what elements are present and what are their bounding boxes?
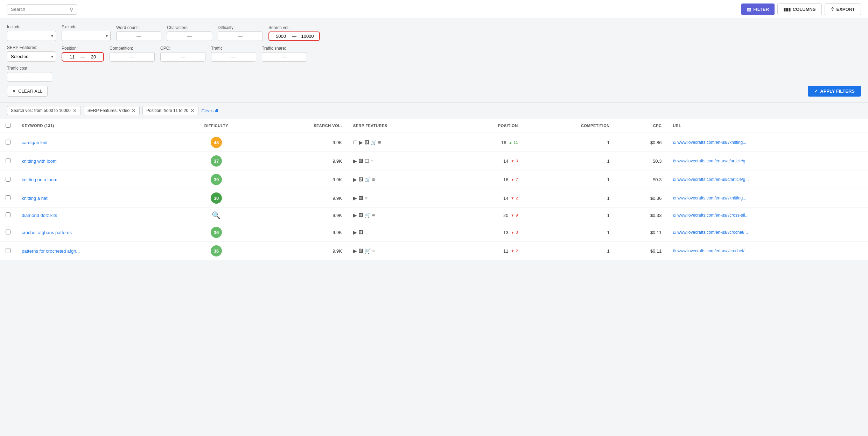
filter-tag-serp-label: SERP Features: Video <box>88 108 130 113</box>
position-change-1: 3 <box>516 159 518 163</box>
row-checkbox-4[interactable] <box>6 212 10 217</box>
traffic-max[interactable] <box>237 54 253 59</box>
search-box[interactable]: ⚲ <box>7 4 77 15</box>
searchvol-min[interactable] <box>271 34 290 39</box>
row-checkbox-2[interactable] <box>6 177 10 182</box>
trafficcost-min[interactable] <box>10 74 26 79</box>
cpc-max[interactable] <box>187 54 202 59</box>
col-header-cpc[interactable]: CPC <box>615 119 667 133</box>
difficulty-max[interactable] <box>244 34 260 39</box>
filter-tag-searchvol-remove[interactable]: ✕ <box>73 108 77 113</box>
include-select[interactable] <box>7 31 56 41</box>
col-header-searchvol[interactable]: SEARCH VOL. <box>257 119 347 133</box>
filter-button[interactable]: ▤ FILTER <box>741 3 775 15</box>
row-checkbox-5[interactable] <box>6 230 10 234</box>
url-link-4[interactable]: ⧉www.lovecrafts.com/en-us/l/cross-sti... <box>673 213 862 218</box>
exclude-select-wrapper[interactable] <box>62 31 111 41</box>
include-select-wrapper[interactable] <box>7 31 56 41</box>
col-header-url[interactable]: URL <box>667 119 868 133</box>
searchvol-cell-3: 9.9K <box>257 189 347 208</box>
url-link-0[interactable]: ⧉www.lovecrafts.com/en-us/l/knitting... <box>673 140 862 145</box>
position-cell-6: 11 ▼ 2 <box>452 242 524 260</box>
select-all-header[interactable] <box>0 119 16 133</box>
row-checkbox-0[interactable] <box>6 140 10 145</box>
position-cell-2: 16 ▼ 7 <box>452 170 524 189</box>
col-header-competition[interactable]: COMPETITION <box>524 119 615 133</box>
trafficshare-max[interactable] <box>288 54 304 59</box>
position-value-2: 16 <box>503 177 508 182</box>
characters-max[interactable] <box>193 34 209 39</box>
row-checkbox-1[interactable] <box>6 158 10 163</box>
exclude-select[interactable] <box>62 31 111 41</box>
characters-min[interactable] <box>170 34 186 39</box>
position-value-0: 16 <box>501 140 506 145</box>
difficulty-group: Difficulty: — <box>218 25 263 41</box>
difficulty-min[interactable] <box>221 34 237 39</box>
competition-min[interactable] <box>113 54 128 59</box>
exclude-group: Exclude: <box>62 24 111 41</box>
wordcount-dash: — <box>136 34 141 39</box>
col-header-position[interactable]: POSITION <box>452 119 524 133</box>
url-link-1[interactable]: ⧉www.lovecrafts.com/en-us/c/article/g... <box>673 159 862 163</box>
serp-select-wrapper[interactable]: Selected <box>7 51 56 62</box>
url-link-2[interactable]: ⧉www.lovecrafts.com/en-us/c/article/g... <box>673 177 862 182</box>
filter-tag-position-remove[interactable]: ✕ <box>190 108 195 113</box>
keyword-link-6[interactable]: patterns for crocheted afgh... <box>22 248 80 254</box>
searchvol-max[interactable] <box>298 34 317 39</box>
serp-icon: ☐ <box>365 158 369 164</box>
url-link-3[interactable]: ⧉www.lovecrafts.com/en-us/l/knitting... <box>673 196 862 201</box>
exclude-label: Exclude: <box>62 24 111 29</box>
columns-icon: ▮▮▮ <box>783 7 791 12</box>
row-checkbox-3[interactable] <box>6 195 10 200</box>
col-header-serp[interactable]: SERP FEATURES <box>348 119 452 133</box>
columns-button[interactable]: ▮▮▮ COLUMNS <box>777 3 822 15</box>
url-cell-6: ⧉www.lovecrafts.com/en-us/l/crochet/... <box>667 242 868 260</box>
difficulty-badge-5: 36 <box>211 227 222 238</box>
col-header-keyword[interactable]: KEYWORD (131) <box>16 119 176 133</box>
searchvol-cell-2: 9.9K <box>257 170 347 189</box>
position-cell-4: 20 ▼ 9 <box>452 208 524 223</box>
select-all-checkbox[interactable] <box>6 123 10 128</box>
search-input[interactable] <box>11 7 68 12</box>
position-min[interactable] <box>65 54 79 59</box>
trafficshare-min[interactable] <box>265 54 281 59</box>
difficulty-badge-0: 48 <box>211 137 222 148</box>
filter-tag-serp-remove[interactable]: ✕ <box>132 108 136 113</box>
position-value-6: 11 <box>503 248 508 254</box>
filter-tag-serp: SERP Features: Video ✕ <box>84 106 140 115</box>
keyword-link-3[interactable]: knitting a hat <box>22 196 48 201</box>
col-header-difficulty[interactable]: DIFFICULTY <box>176 119 257 133</box>
url-link-6[interactable]: ⧉www.lovecrafts.com/en-us/l/crochet/... <box>673 248 862 253</box>
cpc-min[interactable] <box>163 54 179 59</box>
apply-filters-button[interactable]: ✓ APPLY FILTERS <box>808 86 861 97</box>
filter-tag-position-label: Position: from 11 to 20 <box>146 108 188 113</box>
filter-actions: ✕ CLEAR ALL ✓ APPLY FILTERS <box>7 86 861 97</box>
row-checkbox-6[interactable] <box>6 248 10 253</box>
filter-panel: Include: Exclude: Word count: — <box>0 19 868 103</box>
keyword-link-0[interactable]: cardigan knit <box>22 140 48 145</box>
serp-icon: ≡ <box>372 177 375 182</box>
competition-max[interactable] <box>136 54 152 59</box>
export-button[interactable]: ⇧ EXPORT <box>825 3 861 15</box>
clear-all-link[interactable]: Clear all <box>201 108 218 113</box>
position-cell-5: 13 ▼ 3 <box>452 223 524 242</box>
serp-icon: ▶ <box>353 177 357 182</box>
keyword-link-5[interactable]: crochet afghans patterns <box>22 230 72 235</box>
serp-select[interactable]: Selected <box>7 51 56 62</box>
trafficcost-max[interactable] <box>33 74 49 79</box>
keyword-link-1[interactable]: knitting with loom <box>22 159 57 164</box>
wordcount-max[interactable] <box>142 34 158 39</box>
traffic-min[interactable] <box>214 54 230 59</box>
table-header-row: KEYWORD (131) DIFFICULTY SEARCH VOL. SER… <box>0 119 868 133</box>
position-value-3: 14 <box>503 196 508 201</box>
keyword-link-4[interactable]: diamond dotz kits <box>22 213 57 218</box>
wordcount-min[interactable] <box>119 34 135 39</box>
trafficcost-range: — <box>7 72 52 82</box>
clear-all-button[interactable]: ✕ CLEAR ALL <box>7 86 48 97</box>
url-link-5[interactable]: ⧉www.lovecrafts.com/en-us/l/crochet/... <box>673 230 862 235</box>
cpc-cell-0: $0.86 <box>615 133 667 152</box>
keyword-link-2[interactable]: knitting on a loom <box>22 177 57 182</box>
position-arrow-0: ▲ <box>509 141 512 145</box>
position-max[interactable] <box>86 54 100 59</box>
position-change-2: 7 <box>516 177 518 182</box>
